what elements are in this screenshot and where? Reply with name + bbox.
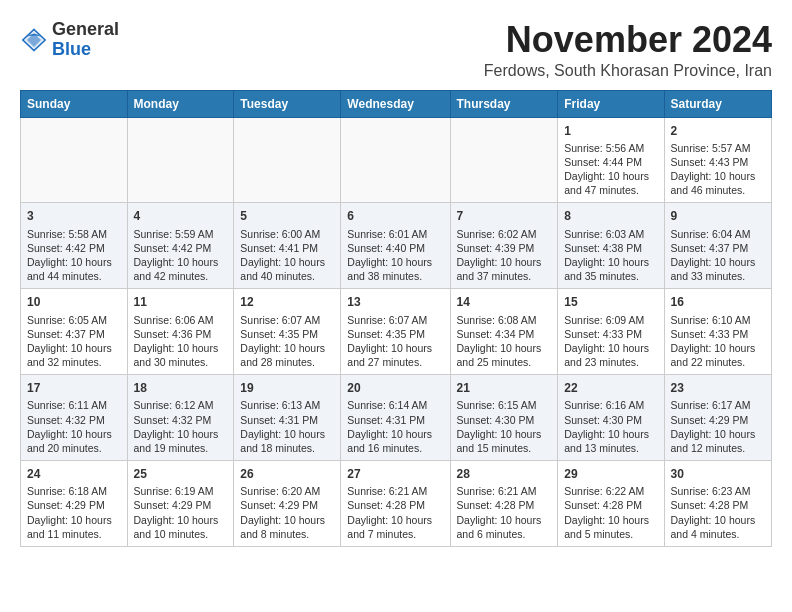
column-header-sunday: Sunday — [21, 90, 128, 117]
column-header-friday: Friday — [558, 90, 664, 117]
day-number: 19 — [240, 380, 334, 396]
day-info: Sunrise: 5:56 AM Sunset: 4:44 PM Dayligh… — [564, 142, 649, 197]
column-header-saturday: Saturday — [664, 90, 771, 117]
day-info: Sunrise: 6:04 AM Sunset: 4:37 PM Dayligh… — [671, 228, 756, 283]
day-number: 2 — [671, 123, 765, 139]
calendar-week-row: 24Sunrise: 6:18 AM Sunset: 4:29 PM Dayli… — [21, 461, 772, 547]
calendar-cell: 19Sunrise: 6:13 AM Sunset: 4:31 PM Dayli… — [234, 375, 341, 461]
day-number: 15 — [564, 294, 657, 310]
day-info: Sunrise: 6:22 AM Sunset: 4:28 PM Dayligh… — [564, 485, 649, 540]
day-number: 20 — [347, 380, 443, 396]
calendar-cell: 13Sunrise: 6:07 AM Sunset: 4:35 PM Dayli… — [341, 289, 450, 375]
day-info: Sunrise: 6:01 AM Sunset: 4:40 PM Dayligh… — [347, 228, 432, 283]
calendar-cell: 20Sunrise: 6:14 AM Sunset: 4:31 PM Dayli… — [341, 375, 450, 461]
day-number: 26 — [240, 466, 334, 482]
day-number: 11 — [134, 294, 228, 310]
day-info: Sunrise: 6:07 AM Sunset: 4:35 PM Dayligh… — [240, 314, 325, 369]
calendar-cell: 5Sunrise: 6:00 AM Sunset: 4:41 PM Daylig… — [234, 203, 341, 289]
calendar-cell: 9Sunrise: 6:04 AM Sunset: 4:37 PM Daylig… — [664, 203, 771, 289]
day-info: Sunrise: 6:15 AM Sunset: 4:30 PM Dayligh… — [457, 399, 542, 454]
day-number: 6 — [347, 208, 443, 224]
month-title: November 2024 — [484, 20, 772, 60]
day-number: 17 — [27, 380, 121, 396]
day-info: Sunrise: 6:03 AM Sunset: 4:38 PM Dayligh… — [564, 228, 649, 283]
day-info: Sunrise: 6:21 AM Sunset: 4:28 PM Dayligh… — [457, 485, 542, 540]
day-info: Sunrise: 6:14 AM Sunset: 4:31 PM Dayligh… — [347, 399, 432, 454]
day-info: Sunrise: 6:10 AM Sunset: 4:33 PM Dayligh… — [671, 314, 756, 369]
calendar-cell: 22Sunrise: 6:16 AM Sunset: 4:30 PM Dayli… — [558, 375, 664, 461]
calendar-cell — [127, 117, 234, 203]
calendar-cell: 26Sunrise: 6:20 AM Sunset: 4:29 PM Dayli… — [234, 461, 341, 547]
calendar-cell: 3Sunrise: 5:58 AM Sunset: 4:42 PM Daylig… — [21, 203, 128, 289]
day-number: 18 — [134, 380, 228, 396]
day-number: 12 — [240, 294, 334, 310]
column-header-monday: Monday — [127, 90, 234, 117]
calendar-cell: 14Sunrise: 6:08 AM Sunset: 4:34 PM Dayli… — [450, 289, 558, 375]
day-info: Sunrise: 6:05 AM Sunset: 4:37 PM Dayligh… — [27, 314, 112, 369]
day-number: 1 — [564, 123, 657, 139]
day-number: 3 — [27, 208, 121, 224]
calendar-cell: 25Sunrise: 6:19 AM Sunset: 4:29 PM Dayli… — [127, 461, 234, 547]
column-header-wednesday: Wednesday — [341, 90, 450, 117]
calendar-cell: 28Sunrise: 6:21 AM Sunset: 4:28 PM Dayli… — [450, 461, 558, 547]
day-number: 14 — [457, 294, 552, 310]
calendar-cell: 17Sunrise: 6:11 AM Sunset: 4:32 PM Dayli… — [21, 375, 128, 461]
day-number: 5 — [240, 208, 334, 224]
day-number: 21 — [457, 380, 552, 396]
day-number: 13 — [347, 294, 443, 310]
logo-text: General Blue — [52, 20, 119, 60]
day-info: Sunrise: 6:11 AM Sunset: 4:32 PM Dayligh… — [27, 399, 112, 454]
day-info: Sunrise: 6:16 AM Sunset: 4:30 PM Dayligh… — [564, 399, 649, 454]
day-info: Sunrise: 6:18 AM Sunset: 4:29 PM Dayligh… — [27, 485, 112, 540]
day-number: 10 — [27, 294, 121, 310]
calendar-cell: 29Sunrise: 6:22 AM Sunset: 4:28 PM Dayli… — [558, 461, 664, 547]
calendar-week-row: 17Sunrise: 6:11 AM Sunset: 4:32 PM Dayli… — [21, 375, 772, 461]
calendar-cell: 15Sunrise: 6:09 AM Sunset: 4:33 PM Dayli… — [558, 289, 664, 375]
calendar-cell: 18Sunrise: 6:12 AM Sunset: 4:32 PM Dayli… — [127, 375, 234, 461]
day-number: 9 — [671, 208, 765, 224]
day-info: Sunrise: 6:23 AM Sunset: 4:28 PM Dayligh… — [671, 485, 756, 540]
day-number: 4 — [134, 208, 228, 224]
calendar-cell: 27Sunrise: 6:21 AM Sunset: 4:28 PM Dayli… — [341, 461, 450, 547]
calendar-cell: 12Sunrise: 6:07 AM Sunset: 4:35 PM Dayli… — [234, 289, 341, 375]
calendar-cell: 10Sunrise: 6:05 AM Sunset: 4:37 PM Dayli… — [21, 289, 128, 375]
day-info: Sunrise: 6:09 AM Sunset: 4:33 PM Dayligh… — [564, 314, 649, 369]
day-info: Sunrise: 6:02 AM Sunset: 4:39 PM Dayligh… — [457, 228, 542, 283]
day-info: Sunrise: 6:07 AM Sunset: 4:35 PM Dayligh… — [347, 314, 432, 369]
title-block: November 2024 Ferdows, South Khorasan Pr… — [484, 20, 772, 80]
day-number: 25 — [134, 466, 228, 482]
day-info: Sunrise: 6:13 AM Sunset: 4:31 PM Dayligh… — [240, 399, 325, 454]
day-number: 7 — [457, 208, 552, 224]
calendar-cell: 8Sunrise: 6:03 AM Sunset: 4:38 PM Daylig… — [558, 203, 664, 289]
calendar-cell: 16Sunrise: 6:10 AM Sunset: 4:33 PM Dayli… — [664, 289, 771, 375]
day-info: Sunrise: 6:06 AM Sunset: 4:36 PM Dayligh… — [134, 314, 219, 369]
calendar-cell: 30Sunrise: 6:23 AM Sunset: 4:28 PM Dayli… — [664, 461, 771, 547]
day-info: Sunrise: 6:08 AM Sunset: 4:34 PM Dayligh… — [457, 314, 542, 369]
day-info: Sunrise: 5:57 AM Sunset: 4:43 PM Dayligh… — [671, 142, 756, 197]
logo-icon — [20, 26, 48, 54]
calendar-table: SundayMondayTuesdayWednesdayThursdayFrid… — [20, 90, 772, 547]
day-number: 24 — [27, 466, 121, 482]
day-info: Sunrise: 5:58 AM Sunset: 4:42 PM Dayligh… — [27, 228, 112, 283]
day-info: Sunrise: 6:12 AM Sunset: 4:32 PM Dayligh… — [134, 399, 219, 454]
day-number: 28 — [457, 466, 552, 482]
day-number: 16 — [671, 294, 765, 310]
day-info: Sunrise: 5:59 AM Sunset: 4:42 PM Dayligh… — [134, 228, 219, 283]
page-header: General Blue November 2024 Ferdows, Sout… — [20, 20, 772, 80]
calendar-cell — [234, 117, 341, 203]
location-subtitle: Ferdows, South Khorasan Province, Iran — [484, 62, 772, 80]
logo: General Blue — [20, 20, 119, 60]
calendar-cell: 23Sunrise: 6:17 AM Sunset: 4:29 PM Dayli… — [664, 375, 771, 461]
calendar-cell: 21Sunrise: 6:15 AM Sunset: 4:30 PM Dayli… — [450, 375, 558, 461]
calendar-cell — [450, 117, 558, 203]
calendar-cell: 11Sunrise: 6:06 AM Sunset: 4:36 PM Dayli… — [127, 289, 234, 375]
calendar-cell: 1Sunrise: 5:56 AM Sunset: 4:44 PM Daylig… — [558, 117, 664, 203]
calendar-cell — [21, 117, 128, 203]
calendar-header-row: SundayMondayTuesdayWednesdayThursdayFrid… — [21, 90, 772, 117]
calendar-cell: 7Sunrise: 6:02 AM Sunset: 4:39 PM Daylig… — [450, 203, 558, 289]
day-number: 27 — [347, 466, 443, 482]
day-number: 8 — [564, 208, 657, 224]
calendar-cell: 4Sunrise: 5:59 AM Sunset: 4:42 PM Daylig… — [127, 203, 234, 289]
calendar-week-row: 3Sunrise: 5:58 AM Sunset: 4:42 PM Daylig… — [21, 203, 772, 289]
day-info: Sunrise: 6:21 AM Sunset: 4:28 PM Dayligh… — [347, 485, 432, 540]
